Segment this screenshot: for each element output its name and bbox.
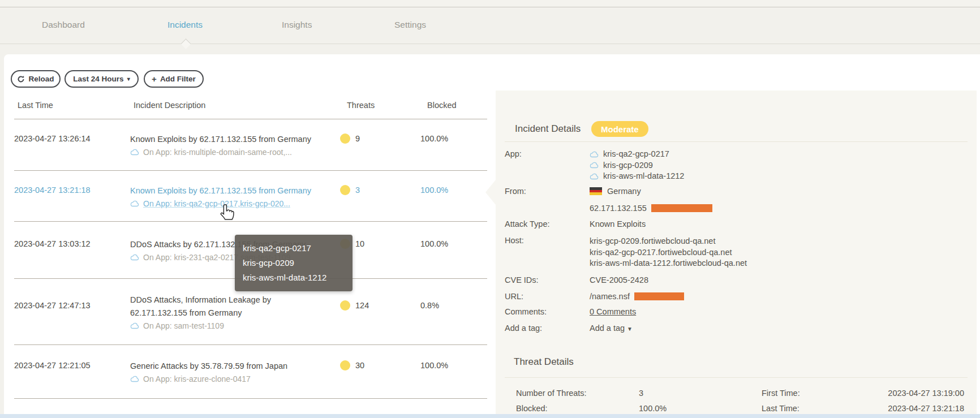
blocked-value: 100.0%	[639, 404, 667, 413]
threat-dot	[340, 185, 350, 195]
last-time-value: 2023-04-27 13:21:18	[762, 404, 964, 413]
source-ip: 62.171.132.155	[590, 204, 647, 213]
blocked-percent: 100.0%	[420, 134, 448, 143]
threat-count: 30	[355, 361, 364, 370]
add-filter-button[interactable]: + Add Filter	[144, 70, 204, 88]
incident-app-link[interactable]: On App: kris-multiple-domain-same-root,.…	[130, 148, 340, 157]
blocked-percent: 0.8%	[420, 301, 439, 310]
incident-app-link[interactable]: On App: kris-azure-clone-0417	[130, 374, 340, 383]
cloud-icon	[130, 200, 140, 207]
country-name: Germany	[607, 187, 641, 196]
add-tag-text: Add a tag	[590, 324, 625, 333]
tab-settings[interactable]: Settings	[394, 20, 426, 30]
incident-app-text: On App: kris-azure-clone-0417	[143, 374, 251, 383]
app-name: kris-gcp-0209	[603, 160, 653, 171]
caret-down-icon: ▼	[627, 326, 633, 332]
number-of-threats-value: 3	[639, 389, 643, 398]
caret-down-icon: ▾	[127, 76, 130, 82]
first-time-value: 2023-04-27 13:19:00	[762, 389, 964, 398]
incident-row[interactable]: 2023-04-27 13:26:14 Known Exploits by 62…	[14, 119, 487, 171]
blocked-label: Blocked:	[516, 404, 548, 413]
threat-dot	[340, 360, 350, 370]
tab-dashboard[interactable]: Dashboard	[42, 20, 85, 30]
incident-details-title: Incident Details	[515, 123, 581, 135]
url-label: URL:	[505, 292, 523, 301]
redacted-bar	[634, 292, 684, 300]
incident-title: DDoS Attacks, Information Leakage by 62.…	[130, 294, 323, 320]
blocked-percent: 100.0%	[420, 361, 448, 370]
add-tag-label: Add a tag:	[505, 324, 542, 333]
col-header-threats: Threats	[347, 101, 375, 110]
threat-count: 124	[355, 301, 369, 310]
threat-count: 9	[355, 134, 360, 143]
incident-app-text: On App: kris-qa2-gcp-0217,kris-gcp-020..…	[143, 199, 290, 208]
reload-button-label: Reload	[28, 75, 54, 83]
url-row: /names.nsf	[590, 292, 684, 301]
host-label: Host:	[505, 236, 524, 245]
reload-button[interactable]: Reload	[11, 70, 61, 88]
cloud-icon	[130, 254, 140, 261]
incident-row-selected[interactable]: 2023-04-27 13:21:18 Known Exploits by 62…	[14, 171, 487, 222]
col-header-description: Incident Description	[134, 101, 205, 110]
app-item[interactable]: kris-aws-ml-data-1212	[590, 171, 684, 182]
panel-pointer-arrow	[485, 180, 496, 205]
time-range-label: Last 24 Hours	[73, 75, 123, 83]
redacted-bar	[651, 204, 712, 212]
cve-label: CVE IDs:	[505, 275, 539, 285]
threat-dot	[340, 300, 350, 311]
incident-row[interactable]: 2023-04-27 12:21:05 Generic Attacks by 3…	[14, 345, 487, 399]
host-item: kris-aws-ml-data-1212.fortiwebcloud-qa.n…	[590, 258, 747, 269]
plus-icon: +	[152, 74, 157, 84]
incident-app-text: On App: kris-multiple-domain-same-root,.…	[143, 148, 292, 157]
app-name: kris-qa2-gcp-0217	[603, 149, 669, 160]
app-list-tooltip: kris-qa2-gcp-0217 kris-gcp-0209 kris-aws…	[235, 235, 353, 291]
app-item[interactable]: kris-qa2-gcp-0217	[590, 149, 684, 160]
incident-time: 2023-04-27 13:26:14	[14, 134, 130, 143]
host-list: kris-gcp-0209.fortiwebcloud-qa.net kris-…	[590, 236, 747, 269]
tab-incidents[interactable]: Incidents	[167, 20, 203, 30]
threat-details-title: Threat Details	[514, 356, 574, 368]
source-ip-row: 62.171.132.155	[590, 204, 712, 213]
window-top-strip	[0, 0, 980, 7]
cloud-icon	[130, 376, 140, 382]
app-item[interactable]: kris-gcp-0209	[590, 160, 684, 171]
host-item: kris-gcp-0209.fortiwebcloud-qa.net	[590, 236, 747, 247]
tooltip-app-item: kris-qa2-gcp-0217	[243, 241, 345, 256]
incidents-screen: Dashboard Incidents Insights Settings Re…	[0, 0, 980, 418]
incident-time: 2023-04-27 13:21:18	[14, 186, 130, 195]
attack-type-value: Known Exploits	[590, 219, 646, 229]
url-value: /names.nsf	[590, 292, 630, 301]
details-divider	[505, 141, 968, 142]
threat-dot	[340, 133, 350, 144]
bottom-edge-strip	[0, 414, 980, 418]
tab-bar: Dashboard Incidents Insights Settings	[0, 7, 980, 44]
cloud-icon	[590, 162, 599, 169]
number-of-threats-label: Number of Threats:	[516, 389, 587, 398]
time-range-dropdown[interactable]: Last 24 Hours ▾	[65, 70, 139, 88]
app-name: kris-aws-ml-data-1212	[603, 171, 684, 182]
incident-time: 2023-04-27 12:21:05	[14, 361, 130, 370]
incident-title: Known Exploits by 62.171.132.155 from Ge…	[130, 184, 323, 197]
app-list: kris-qa2-gcp-0217 kris-gcp-0209 kris-aws…	[590, 149, 684, 182]
cloud-icon	[590, 151, 599, 158]
cloud-icon	[130, 322, 140, 329]
reload-icon	[17, 75, 25, 83]
comments-link[interactable]: 0 Comments	[590, 307, 636, 316]
app-label: App:	[505, 149, 522, 158]
incident-title: Generic Attacks by 35.78.79.59 from Japa…	[130, 360, 323, 373]
incident-app-link[interactable]: On App: sam-test-1109	[130, 321, 340, 330]
from-label: From:	[505, 187, 526, 196]
cloud-icon	[590, 173, 599, 180]
add-tag-dropdown[interactable]: Add a tag ▼	[590, 324, 633, 333]
comments-label: Comments:	[505, 307, 547, 316]
germany-flag-icon	[590, 187, 602, 195]
from-country: Germany	[590, 187, 641, 196]
col-header-blocked: Blocked	[427, 101, 457, 110]
cloud-icon	[130, 149, 140, 156]
incident-time: 2023-04-27 13:03:12	[14, 239, 130, 248]
tab-insights[interactable]: Insights	[282, 20, 312, 30]
threat-details-divider	[505, 377, 968, 378]
blocked-percent: 100.0%	[420, 186, 448, 195]
threat-count: 10	[355, 239, 364, 248]
severity-badge: Moderate	[591, 121, 648, 137]
